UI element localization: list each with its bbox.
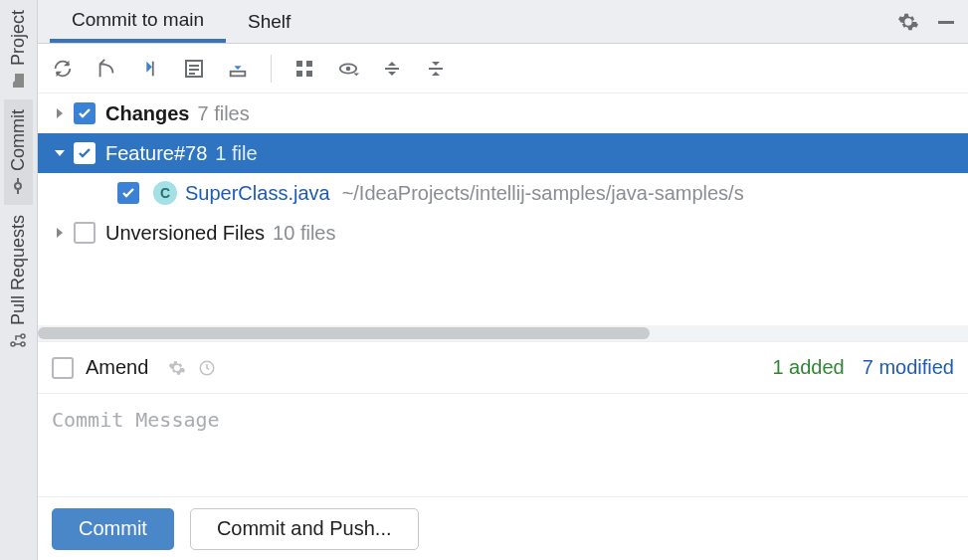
svg-point-17 xyxy=(346,66,351,71)
chevron-down-icon[interactable] xyxy=(46,147,74,159)
checkbox-amend[interactable] xyxy=(52,357,74,379)
commit-toolbar xyxy=(38,44,968,93)
toolbar-separator xyxy=(271,55,272,83)
sidebar-item-commit[interactable]: Commit xyxy=(4,99,33,205)
class-icon: C xyxy=(153,181,177,205)
sidebar-label: Pull Requests xyxy=(8,215,29,325)
collapse-all-icon[interactable] xyxy=(423,56,449,82)
svg-rect-6 xyxy=(938,21,954,24)
file-path: ~/IdeaProjects/intellij-samples/java-sam… xyxy=(342,182,744,205)
gear-icon[interactable] xyxy=(896,10,920,34)
modified-count: 7 modified xyxy=(863,356,954,379)
history-icon[interactable] xyxy=(196,357,218,379)
tree-file-superclass[interactable]: C SuperClass.java ~/IdeaProjects/intelli… xyxy=(38,173,968,213)
sidebar-item-project[interactable]: Project xyxy=(4,0,33,99)
chevron-right-icon[interactable] xyxy=(46,107,74,119)
group-by-icon[interactable] xyxy=(291,56,317,82)
svg-point-5 xyxy=(22,334,26,338)
changes-tree: Changes 7 files Feature#78 1 file C Supe… xyxy=(38,93,968,325)
file-name: SuperClass.java xyxy=(185,182,330,205)
svg-rect-12 xyxy=(296,61,302,67)
commit-message-placeholder: Commit Message xyxy=(52,408,954,432)
svg-rect-13 xyxy=(306,61,312,67)
node-count: 7 files xyxy=(197,102,249,125)
minimize-icon[interactable] xyxy=(934,10,958,34)
sidebar-item-pull-requests[interactable]: Pull Requests xyxy=(4,205,33,359)
node-count: 10 files xyxy=(273,222,335,245)
gear-icon[interactable] xyxy=(166,357,188,379)
horizontal-scrollbar[interactable] xyxy=(38,325,968,341)
tree-node-unversioned[interactable]: Unversioned Files 10 files xyxy=(38,213,968,253)
commit-button-bar: Commit Commit and Push... xyxy=(38,496,968,560)
refresh-icon[interactable] xyxy=(50,56,76,82)
tree-node-feature[interactable]: Feature#78 1 file xyxy=(38,133,968,173)
svg-point-0 xyxy=(16,183,22,189)
left-tool-strip: Project Commit Pull Requests xyxy=(0,0,38,560)
node-label: Changes xyxy=(105,102,189,125)
svg-rect-14 xyxy=(296,71,302,77)
rollback-icon[interactable] xyxy=(94,56,119,82)
checkbox-file[interactable] xyxy=(117,182,139,204)
checkbox-changes[interactable] xyxy=(74,102,96,124)
tab-commit[interactable]: Commit to main xyxy=(50,0,226,43)
tab-shelf[interactable]: Shelf xyxy=(226,0,312,43)
tree-node-changes[interactable]: Changes 7 files xyxy=(38,93,968,133)
added-count: 1 added xyxy=(772,356,844,379)
diff-icon[interactable] xyxy=(137,56,163,82)
scrollbar-thumb[interactable] xyxy=(38,327,650,339)
amend-label: Amend xyxy=(86,356,148,379)
sidebar-label: Project xyxy=(8,10,29,66)
tab-bar: Commit to main Shelf xyxy=(38,0,968,44)
commit-icon xyxy=(10,177,28,195)
shelve-icon[interactable] xyxy=(225,56,251,82)
pull-request-icon xyxy=(10,331,28,349)
view-options-icon[interactable] xyxy=(335,56,361,82)
expand-all-icon[interactable] xyxy=(379,56,405,82)
commit-message-input[interactable]: Commit Message xyxy=(38,393,968,496)
svg-rect-15 xyxy=(306,71,312,77)
folder-icon xyxy=(10,72,28,90)
node-label: Unversioned Files xyxy=(105,222,265,245)
checkbox-unversioned[interactable] xyxy=(74,222,96,244)
commit-button[interactable]: Commit xyxy=(52,508,174,550)
changelist-icon[interactable] xyxy=(181,56,207,82)
svg-rect-11 xyxy=(231,71,246,76)
svg-point-4 xyxy=(22,342,26,346)
amend-status-row: Amend 1 added 7 modified xyxy=(38,341,968,393)
sidebar-label: Commit xyxy=(8,109,29,171)
node-label: Feature#78 xyxy=(105,142,207,165)
commit-and-push-button[interactable]: Commit and Push... xyxy=(190,508,419,550)
node-count: 1 file xyxy=(215,142,257,165)
checkbox-feature[interactable] xyxy=(74,142,96,164)
chevron-right-icon[interactable] xyxy=(46,227,74,239)
svg-point-3 xyxy=(12,342,16,346)
